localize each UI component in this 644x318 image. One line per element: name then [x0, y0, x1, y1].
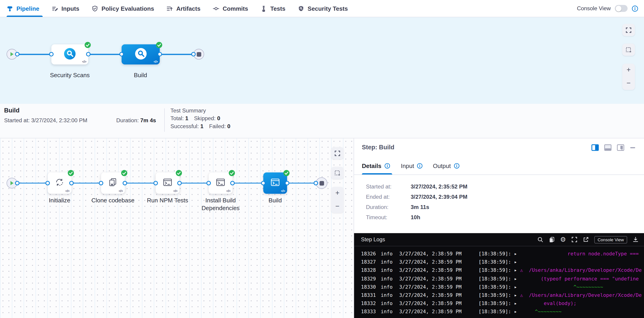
detail-value: 3m 11s — [411, 204, 429, 210]
split-bottom-view-icon[interactable] — [604, 144, 612, 151]
tab-label: Inputs — [62, 5, 79, 12]
stage-node-build[interactable]: </> — [122, 44, 160, 64]
tab-label: Tests — [270, 5, 285, 12]
connector-port — [99, 181, 104, 185]
terminal-step-icon-selected — [270, 177, 280, 189]
tab-label: Input — [401, 163, 414, 169]
connector-port — [45, 181, 50, 185]
expand-logs-button[interactable] — [571, 237, 578, 243]
info-icon[interactable] — [384, 163, 390, 169]
canvas-zoom-controls: + − — [331, 187, 344, 213]
log-text: return node.nodeType === — [517, 251, 639, 257]
connector-port — [69, 181, 74, 185]
info-icon[interactable] — [632, 5, 638, 12]
step-label: Clone codebase — [84, 197, 142, 204]
floating-view-icon[interactable] — [617, 144, 624, 151]
connector-port — [285, 181, 290, 185]
marquee-select-icon — [626, 47, 632, 53]
step-node-initialize[interactable]: </> — [48, 172, 72, 194]
step-node-install-build-dependencies[interactable]: </> — [208, 172, 232, 194]
step-node-clone-codebase[interactable]: </> — [101, 172, 125, 194]
log-level: info — [381, 266, 399, 274]
code-glyph: </> — [82, 60, 86, 63]
divider — [164, 108, 165, 132]
log-date: 3/27/2024, 2:38:59 PM — [399, 283, 478, 291]
stage-node-security-scans[interactable]: </> — [51, 44, 88, 64]
started-at: Started at: 3/27/2024, 2:32:00 PM — [4, 117, 88, 124]
log-date: 3/27/2024, 2:38:59 PM — [399, 299, 478, 308]
log-date: 3/27/2024, 2:38:59 PM — [399, 275, 478, 283]
log-level: info — [381, 291, 399, 299]
tab-label: Output — [433, 163, 451, 169]
open-logs-external-button[interactable] — [583, 237, 589, 243]
step-label: Initialize — [31, 197, 88, 204]
detail-row: Ended at: 3/27/2024, 2:39:04 PM — [354, 192, 644, 202]
stage-title: Build — [4, 107, 20, 114]
zoom-in-button[interactable]: + — [331, 187, 344, 200]
log-level: info — [381, 258, 399, 266]
top-nav: Pipeline Inputs Policy Evaluations Artif… — [0, 0, 644, 17]
successful-value: 1 — [200, 123, 204, 129]
detail-label: Started at: — [366, 183, 411, 190]
success-badge-icon — [68, 170, 74, 176]
success-badge-icon — [176, 170, 182, 176]
artifacts-icon — [166, 5, 173, 12]
pipeline-execution-page: Pipeline Inputs Policy Evaluations Artif… — [0, 0, 644, 318]
tab-output[interactable]: Output — [433, 163, 459, 169]
step-label: Run NPM Tests — [139, 197, 196, 204]
step-node-run-npm-tests[interactable]: </> — [156, 172, 180, 194]
tab-input[interactable]: Input — [401, 163, 423, 169]
log-line-number: 18326 — [361, 250, 381, 258]
search-logs-button[interactable] — [537, 237, 543, 243]
log-settings-gear-icon[interactable]: ⚙ — [560, 236, 566, 243]
log-date: 3/27/2024, 2:38:59 PM — [399, 250, 478, 258]
tab-policy-evaluations[interactable]: Policy Evaluations — [92, 0, 154, 17]
tab-details[interactable]: Details — [362, 163, 390, 169]
tab-artifacts[interactable]: Artifacts — [166, 0, 200, 17]
split-right-view-icon[interactable] — [592, 144, 599, 151]
nav-tabs: Pipeline Inputs Policy Evaluations Artif… — [6, 0, 348, 17]
fullscreen-icon — [626, 27, 632, 33]
log-line-number: 18332 — [361, 299, 381, 308]
stage-summary-bar: Build Started at: 3/27/2024, 2:32:00 PM … — [0, 104, 644, 138]
canvas-select-button[interactable] — [331, 167, 344, 179]
log-line: 18327info3/27/2024, 2:38:59 PM[18:38:59]… — [361, 258, 644, 266]
tab-commits[interactable]: Commits — [213, 0, 248, 17]
log-time: [18:38:59]: ▸ — [478, 251, 517, 257]
detail-value: 3/27/2024, 2:39:04 PM — [411, 194, 468, 200]
connector-port — [314, 181, 318, 185]
connector-port — [158, 52, 162, 56]
minimize-panel-icon[interactable] — [630, 145, 636, 151]
zoom-out-button[interactable]: − — [622, 77, 635, 90]
copy-logs-button[interactable] — [548, 237, 555, 243]
tab-label: Details — [362, 163, 382, 169]
detail-row: Started at: 3/27/2024, 2:35:52 PM — [354, 181, 644, 192]
log-line: 18329info3/27/2024, 2:38:59 PM[18:38:59]… — [361, 275, 644, 283]
download-logs-button[interactable] — [632, 237, 638, 243]
canvas-select-button[interactable] — [622, 43, 635, 56]
console-view-toggle[interactable] — [615, 5, 628, 12]
code-glyph: </> — [154, 60, 158, 63]
code-glyph: </> — [119, 189, 123, 193]
step-node-build[interactable]: </> — [263, 172, 287, 194]
tab-tests[interactable]: Tests — [260, 0, 286, 17]
initialize-step-icon — [54, 177, 65, 189]
tab-pipeline[interactable]: Pipeline — [6, 0, 40, 17]
info-icon[interactable] — [454, 163, 459, 169]
log-time: [18:38:59]: ▸ — [478, 268, 517, 273]
tab-inputs[interactable]: Inputs — [52, 0, 80, 17]
security-scan-stage-icon — [64, 47, 76, 61]
log-line-number: 18329 — [361, 275, 381, 283]
zoom-in-button[interactable]: + — [622, 64, 635, 77]
canvas-fullscreen-button[interactable] — [622, 24, 635, 36]
success-badge-icon — [229, 170, 235, 176]
log-line: 18328info3/27/2024, 2:38:59 PM[18:38:59]… — [361, 266, 644, 274]
inputs-icon — [52, 5, 58, 12]
tab-security-tests[interactable]: Security Tests — [298, 0, 348, 17]
log-time: [18:38:59]: ▸ — [478, 292, 517, 298]
canvas-fullscreen-button[interactable] — [331, 147, 344, 159]
console-view-button[interactable]: Console View — [594, 236, 627, 243]
zoom-out-button[interactable]: − — [331, 200, 344, 213]
info-icon[interactable] — [417, 163, 423, 169]
connector-port — [177, 181, 182, 185]
